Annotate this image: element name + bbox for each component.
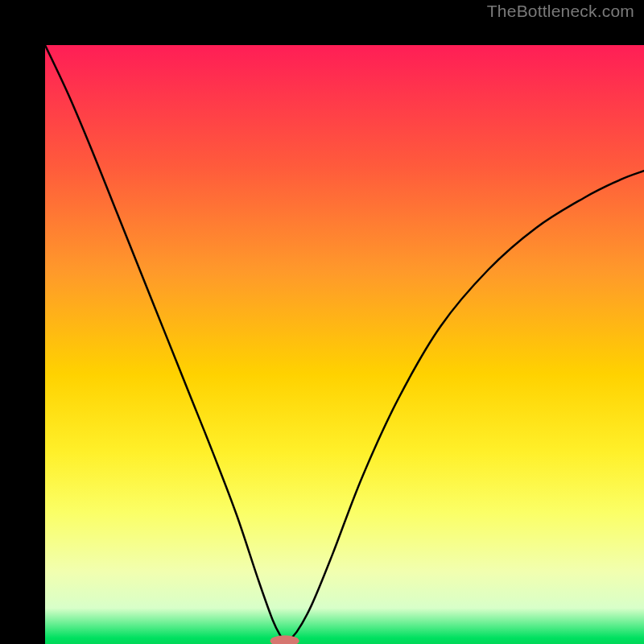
chart-plot-area <box>45 45 644 644</box>
notch-marker <box>270 635 299 644</box>
chart-svg <box>45 45 644 644</box>
curve-left-branch <box>45 45 285 644</box>
watermark-text: TheBottleneck.com <box>487 2 634 21</box>
curve-group <box>45 45 644 644</box>
curve-right-branch <box>285 171 644 644</box>
chart-frame <box>0 0 644 644</box>
